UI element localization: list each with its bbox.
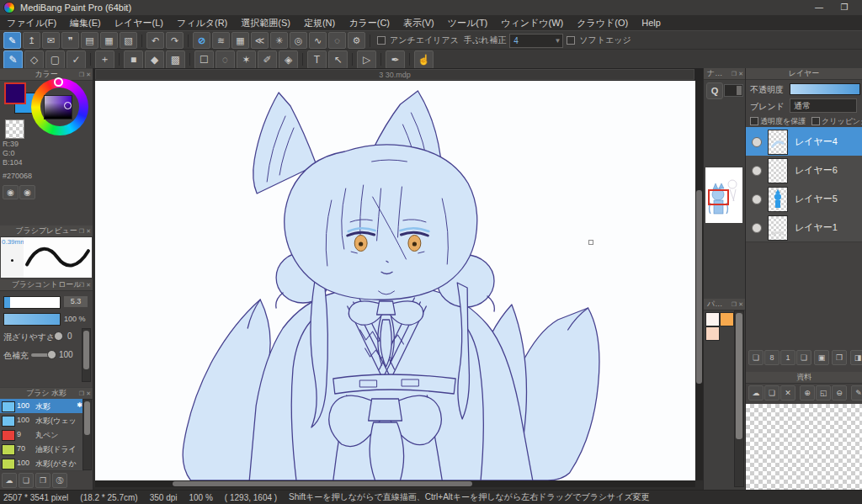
palette-swatch[interactable] [705, 312, 720, 326]
tool-hand[interactable]: ☝ [414, 50, 434, 69]
brush-cloud-icon[interactable]: ☁ [2, 473, 17, 488]
layer-visibility-icon[interactable] [752, 194, 762, 204]
navigator-view-rectangle[interactable] [708, 189, 729, 205]
scroll-thumb[interactable] [736, 313, 742, 439]
float-panel-icon[interactable]: ❐ [79, 70, 84, 79]
material-fit-icon[interactable]: ◱ [816, 385, 831, 401]
palette-icon[interactable]: ◉ [3, 185, 19, 199]
add-8bit-layer-icon[interactable]: 8 [764, 350, 780, 365]
refill-knob[interactable] [47, 350, 56, 359]
add-layer-icon[interactable]: ❏ [748, 350, 764, 365]
tool-pen[interactable]: ✓ [67, 50, 86, 69]
add-layer-menu-icon[interactable]: ❏ [796, 350, 811, 365]
tool-divide[interactable]: ▷ [357, 50, 376, 69]
layer-folder-icon[interactable]: ▣ [814, 350, 829, 365]
tool-shape[interactable]: ▢ [45, 50, 65, 69]
foreground-color-swatch[interactable] [4, 82, 26, 104]
layout-button[interactable]: ▧ [120, 32, 137, 49]
layer-row[interactable]: レイヤー4 [746, 127, 862, 157]
menu-select[interactable]: 選択範囲(S) [234, 15, 297, 30]
float-panel-icon[interactable]: ❐ [79, 226, 84, 236]
palette-swatch[interactable] [720, 312, 734, 326]
snap-curve-button[interactable]: ∿ [309, 32, 327, 49]
tool-operation[interactable]: ↖ [328, 50, 348, 69]
canvas-tab[interactable]: 3 30.mdp [95, 69, 694, 80]
menu-view[interactable]: 表示(V) [396, 15, 441, 30]
tool-fill[interactable]: ■ [124, 50, 143, 69]
snap-parallel-button[interactable]: ≋ [212, 32, 230, 49]
minimize-button[interactable]: — [806, 0, 832, 15]
antialias-checkbox[interactable] [377, 36, 386, 45]
softedge-checkbox[interactable] [567, 36, 575, 45]
transparent-color-swatch[interactable] [5, 119, 24, 139]
close-panel-icon[interactable]: ✕ [738, 300, 743, 309]
brush-opacity-slider[interactable] [3, 313, 61, 326]
tool-eyedropper[interactable]: ✒ [386, 50, 405, 69]
close-panel-icon[interactable]: ✕ [86, 389, 91, 398]
brush-item[interactable]: 100 水彩(ウェッ [0, 413, 84, 428]
brush-size-slider[interactable] [3, 296, 61, 309]
menu-ruler[interactable]: 定規(N) [297, 15, 342, 30]
slider-thumb[interactable] [737, 86, 742, 95]
add-brush-menu-icon[interactable]: ❐ [35, 473, 51, 488]
close-panel-icon[interactable]: ✕ [738, 69, 743, 78]
float-panel-icon[interactable]: ❐ [79, 280, 84, 289]
merge-layer-icon[interactable]: ◨ [850, 350, 862, 365]
tool-move[interactable]: ＋ [95, 50, 114, 69]
clipping-checkbox[interactable] [811, 117, 820, 125]
document-button[interactable]: ▤ [81, 32, 98, 49]
palette-edit-icon[interactable]: ◉ [19, 185, 35, 199]
scroll-thumb[interactable] [84, 401, 90, 435]
tool-gradient[interactable]: ▩ [166, 50, 185, 69]
brush-item[interactable]: 100 水彩 ✱ [0, 399, 84, 414]
script-brush-icon[interactable]: Ⓢ [52, 473, 67, 488]
tool-select-pen[interactable]: ✐ [258, 50, 277, 69]
tool-magic-wand[interactable]: ✶ [237, 50, 256, 69]
layer-visibility-icon[interactable] [752, 137, 762, 147]
snap-vanishing-button[interactable]: ≪ [251, 32, 269, 49]
publish-button[interactable]: ↥ [23, 32, 40, 49]
snap-lattice-button[interactable]: ▦ [231, 32, 249, 49]
navigator-preview[interactable] [705, 167, 742, 223]
add-1bit-layer-icon[interactable]: 1 [780, 350, 795, 365]
material-edit-icon[interactable]: ✎ [851, 385, 862, 401]
material-zoom-out-icon[interactable]: ⊖ [832, 385, 847, 401]
canvas[interactable] [95, 81, 695, 480]
scroll-thumb[interactable] [696, 190, 702, 384]
navigator-zoom-slider[interactable] [724, 84, 743, 97]
layer-row[interactable]: レイヤー1 [746, 213, 862, 242]
menu-file[interactable]: ファイル(F) [0, 15, 63, 30]
menu-cloud[interactable]: クラウド(O) [570, 15, 635, 30]
chat-button[interactable]: ❞ [61, 32, 79, 49]
navigator-zoom-icon[interactable]: Q [706, 82, 723, 99]
menu-filter[interactable]: フィルタ(R) [170, 15, 234, 30]
brush-control-scrollbar[interactable] [82, 328, 91, 382]
layer-opacity-slider[interactable] [790, 83, 860, 95]
brush-item[interactable]: 9 丸ペン [0, 427, 84, 443]
close-panel-icon[interactable]: ✕ [86, 280, 91, 289]
float-panel-icon[interactable]: ❐ [732, 69, 737, 78]
brush-item[interactable]: 100 水彩(がさか [0, 456, 84, 471]
canvas-horizontal-scrollbar[interactable] [95, 480, 695, 487]
menu-layer[interactable]: レイヤー(L) [108, 15, 170, 30]
palette-swatch[interactable] [705, 326, 720, 341]
close-panel-icon[interactable]: ✕ [86, 226, 91, 236]
grid-doc-button[interactable]: ▦ [100, 32, 118, 49]
material-delete-icon[interactable]: ✕ [780, 385, 795, 401]
duplicate-layer-icon[interactable]: ❐ [832, 350, 847, 365]
float-panel-icon[interactable]: ❐ [79, 389, 84, 398]
canvas-vertical-scrollbar[interactable] [695, 81, 703, 480]
scroll-thumb[interactable] [173, 481, 472, 486]
snap-radial-button[interactable]: ✳ [270, 32, 288, 49]
layer-visibility-icon[interactable] [752, 166, 762, 176]
brush-item[interactable]: 70 油彩(ドライ [0, 442, 84, 457]
redo-button[interactable]: ↷ [166, 32, 184, 49]
tool-select-eraser[interactable]: ◈ [279, 50, 298, 69]
brush-size-value[interactable]: 5.3 [64, 296, 88, 307]
layer-row[interactable]: レイヤー6 [746, 156, 862, 185]
brush-list-scrollbar[interactable] [82, 399, 92, 470]
brush-settings-button[interactable]: ✎ [3, 32, 21, 49]
close-panel-icon[interactable]: ✕ [86, 70, 91, 79]
stabilizer-dropdown[interactable]: 4 ▼ [509, 34, 563, 48]
tool-select-rect[interactable]: ☐ [194, 50, 214, 69]
